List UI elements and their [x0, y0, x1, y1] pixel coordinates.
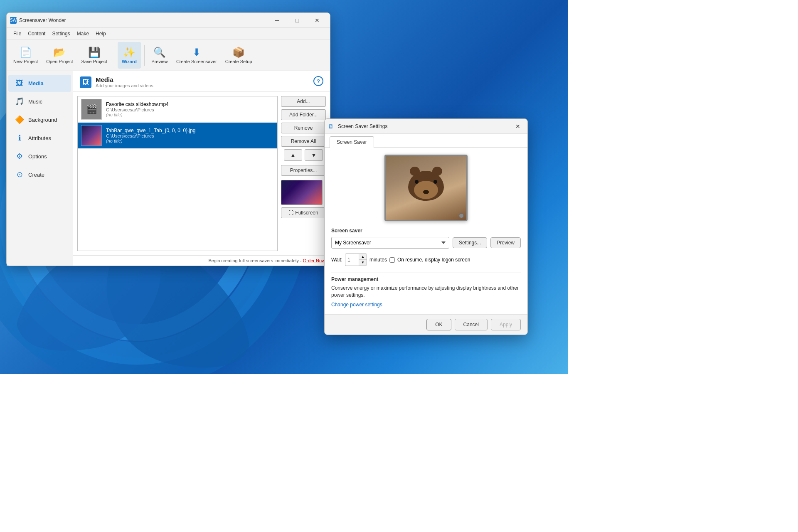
move-down-button[interactable]: ▼	[305, 149, 323, 161]
wait-decrement-button[interactable]: ▼	[359, 260, 367, 266]
toolbar-preview-label: Preview	[151, 59, 167, 64]
ss-section-label: Screen saver	[331, 228, 521, 234]
ok-button[interactable]: OK	[426, 319, 451, 330]
ss-titlebar: 🖥 Screen Saver Settings ✕	[325, 119, 527, 134]
sidebar-item-music[interactable]: 🎵 Music	[8, 93, 71, 110]
options-icon: ⚙	[15, 152, 24, 161]
ss-settings-icon: 🖥	[328, 123, 335, 130]
media-list-item[interactable]: 🎬 Favorite cats slideshow.mp4 C:\Users\c…	[78, 96, 277, 123]
main-area: 🖼 Media 🎵 Music 🔶 Background ℹ Attribute…	[7, 71, 330, 266]
ss-preview-container	[331, 155, 521, 221]
wait-label: Wait:	[331, 257, 342, 263]
cancel-button[interactable]: Cancel	[455, 319, 488, 330]
close-button[interactable]: ✕	[308, 14, 327, 27]
resume-logon-checkbox[interactable]	[389, 257, 395, 263]
help-button[interactable]: ?	[313, 76, 323, 86]
order-now-link[interactable]: Order Now	[303, 258, 325, 263]
toolbar-wizard[interactable]: ✨ Wizard	[118, 42, 141, 69]
add-button[interactable]: Add...	[281, 96, 326, 107]
screensaver-select[interactable]: My Screensaver (None) 3D Text Bubbles My…	[331, 237, 449, 249]
ss-close-button[interactable]: ✕	[512, 121, 524, 131]
sidebar-attributes-label: Attributes	[28, 135, 51, 141]
apply-button[interactable]: Apply	[491, 319, 521, 330]
ss-tab-screen-saver[interactable]: Screen Saver	[330, 136, 374, 148]
add-folder-button[interactable]: Add Folder...	[281, 109, 326, 120]
content-area: 🖼 Media Add your images and videos ? 🎬	[73, 71, 330, 266]
content-header-icon: 🖼	[80, 76, 91, 88]
preview-thumbnail	[281, 180, 323, 205]
sidebar-item-options[interactable]: ⚙ Options	[8, 148, 71, 165]
divider	[331, 273, 521, 273]
move-up-button[interactable]: ▲	[284, 149, 302, 161]
sidebar-item-create[interactable]: ⊙ Create	[8, 166, 71, 183]
wizard-icon: ✨	[123, 47, 135, 58]
menu-settings[interactable]: Settings	[49, 29, 73, 38]
media-filename-1: Favorite cats slideshow.mp4	[106, 101, 274, 107]
ss-tabs: Screen Saver	[325, 134, 527, 148]
maximize-button[interactable]: □	[288, 14, 307, 27]
video-icon: 🎬	[86, 104, 97, 115]
toolbar-open-project[interactable]: 📂 Open Project	[43, 42, 76, 69]
toolbar-create-screensaver[interactable]: ⬇ Create Screensaver	[173, 42, 220, 69]
arrow-buttons: ▲ ▼	[281, 149, 326, 161]
fullscreen-button[interactable]: ⛶ Fullscreen	[281, 207, 326, 218]
toolbar-create-setup-label: Create Setup	[225, 59, 252, 64]
media-thumb-2	[81, 125, 102, 146]
wait-row: Wait: ▲ ▼ minutes On resume, display log…	[331, 254, 521, 266]
media-body: 🎬 Favorite cats slideshow.mp4 C:\Users\c…	[73, 92, 330, 255]
ss-preview-button[interactable]: Preview	[490, 237, 521, 248]
toolbar-save-project-label: Save Project	[81, 59, 107, 64]
toolbar-create-setup[interactable]: 📦 Create Setup	[222, 42, 256, 69]
content-header: 🖼 Media Add your images and videos ?	[73, 71, 330, 92]
remove-button[interactable]: Remove	[281, 123, 326, 133]
toolbar-preview[interactable]: 🔍 Preview	[148, 42, 171, 69]
media-list-item-selected[interactable]: TabBar_qwe_qwe_1_Tab_{0, 0, 0, 0}.jpg C:…	[78, 123, 277, 149]
remove-all-button[interactable]: Remove All	[281, 136, 326, 147]
attributes-icon: ℹ	[15, 133, 24, 143]
wait-input-container: ▲ ▼	[345, 254, 367, 266]
sidebar-item-media[interactable]: 🖼 Media	[8, 75, 71, 92]
fullscreen-icon: ⛶	[288, 210, 293, 216]
sidebar-background-label: Background	[28, 117, 57, 123]
wait-input[interactable]	[345, 254, 359, 265]
media-filepath-1: C:\Users\cesar\Pictures	[106, 107, 274, 112]
content-title: Media	[96, 76, 153, 83]
toolbar-separator-2	[144, 45, 145, 66]
sidebar-options-label: Options	[28, 153, 47, 160]
sidebar: 🖼 Media 🎵 Music 🔶 Background ℹ Attribute…	[7, 71, 73, 266]
toolbar-separator-1	[114, 45, 114, 66]
minimize-button[interactable]: ─	[268, 14, 287, 27]
toolbar-save-project[interactable]: 💾 Save Project	[78, 42, 111, 69]
ss-settings-button[interactable]: Settings...	[453, 237, 487, 248]
content-footer: Begin creating full screensavers immedia…	[73, 255, 330, 266]
sw-window-title: Screensaver Wonder	[19, 17, 268, 23]
open-project-icon: 📂	[53, 47, 66, 58]
sidebar-item-attributes[interactable]: ℹ Attributes	[8, 129, 71, 147]
sidebar-media-label: Media	[28, 80, 44, 86]
wait-increment-button[interactable]: ▲	[359, 254, 367, 260]
create-setup-icon: 📦	[232, 47, 245, 58]
media-info-2: TabBar_qwe_qwe_1_Tab_{0, 0, 0, 0}.jpg C:…	[106, 128, 274, 143]
content-header-text: Media Add your images and videos	[96, 76, 153, 88]
wait-spinners: ▲ ▼	[359, 254, 367, 266]
menu-bar: File Content Settings Make Help	[7, 28, 330, 39]
menu-make[interactable]: Make	[74, 29, 92, 38]
media-filename-2: TabBar_qwe_qwe_1_Tab_{0, 0, 0, 0}.jpg	[106, 128, 274, 133]
ss-body: Screen saver My Screensaver (None) 3D Te…	[325, 148, 527, 314]
ss-selector-row: My Screensaver (None) 3D Text Bubbles My…	[331, 237, 521, 249]
menu-content[interactable]: Content	[25, 29, 49, 38]
toolbar-new-project[interactable]: 📄 New Project	[10, 42, 41, 69]
media-filepath-2: C:\Users\cesar\Pictures	[106, 133, 274, 138]
menu-help[interactable]: Help	[92, 29, 109, 38]
change-power-settings-link[interactable]: Change power settings	[331, 302, 382, 308]
footer-text: Begin creating full screensavers immedia…	[208, 258, 303, 263]
properties-button[interactable]: Properties...	[281, 165, 326, 176]
media-notitle-2: (no title)	[106, 138, 274, 143]
content-header-left: 🖼 Media Add your images and videos	[80, 76, 153, 88]
sidebar-music-label: Music	[28, 99, 42, 105]
menu-file[interactable]: File	[10, 29, 25, 38]
preview-icon: 🔍	[153, 47, 166, 58]
sidebar-item-background[interactable]: 🔶 Background	[8, 111, 71, 128]
ss-preview-dot	[459, 213, 464, 218]
media-notitle-1: (no title)	[106, 112, 274, 117]
